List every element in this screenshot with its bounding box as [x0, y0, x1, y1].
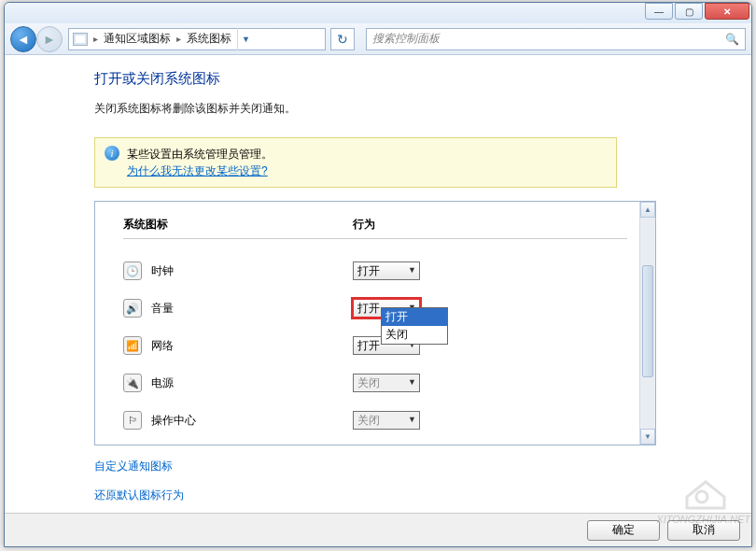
- infobox-text: 某些设置由系统管理员管理。: [127, 148, 273, 161]
- power-icon: 🔌: [123, 374, 142, 392]
- cancel-button[interactable]: 取消: [667, 520, 740, 541]
- address-bar[interactable]: ▸ 通知区域图标 ▸ 系统图标 ▼: [68, 28, 326, 50]
- search-input[interactable]: 搜索控制面板 🔍: [366, 28, 746, 50]
- column-header-name: 系统图标: [123, 217, 353, 233]
- dropdown-option-open[interactable]: 打开: [382, 308, 447, 326]
- scroll-up-button[interactable]: ▲: [640, 202, 655, 218]
- minimize-button[interactable]: —: [645, 3, 673, 20]
- row-volume: 🔊 音量 打开: [123, 290, 627, 327]
- footer-bar: 确定 取消: [5, 513, 751, 546]
- address-dropdown[interactable]: ▼: [237, 28, 254, 50]
- row-power: 🔌 电源 关闭: [123, 364, 627, 402]
- row-label: 时钟: [151, 263, 353, 279]
- scroll-down-button[interactable]: ▼: [640, 429, 655, 445]
- row-label: 操作中心: [151, 413, 353, 429]
- dropdown-option-close[interactable]: 关闭: [382, 326, 447, 344]
- control-panel-icon: [73, 33, 88, 46]
- system-icons-list: 系统图标 行为 🕒 时钟 打开 🔊 音量 打开 📶 网络 打开: [94, 201, 656, 445]
- refresh-button[interactable]: ↻: [330, 28, 355, 50]
- restore-link[interactable]: 还原默认图标行为: [94, 487, 720, 503]
- row-label: 电源: [151, 375, 353, 391]
- scroll-thumb[interactable]: [642, 265, 653, 377]
- infobox-link[interactable]: 为什么我无法更改某些设置?: [127, 164, 268, 177]
- network-icon: 📶: [123, 336, 142, 355]
- search-placeholder: 搜索控制面板: [372, 31, 440, 47]
- chevron-right-icon: ▸: [176, 34, 181, 44]
- admin-info-box: i 某些设置由系统管理员管理。 为什么我无法更改某些设置?: [94, 137, 617, 188]
- titlebar: — ▢ ✕: [5, 3, 751, 23]
- clock-select[interactable]: 打开: [353, 261, 420, 280]
- row-network: 📶 网络 打开: [123, 327, 627, 364]
- forward-button[interactable]: ►: [36, 26, 63, 52]
- row-action-center: 🏳 操作中心 关闭: [123, 402, 627, 439]
- row-clock: 🕒 时钟 打开: [123, 252, 627, 290]
- content-area: 打开或关闭系统图标 关闭系统图标将删除该图标并关闭通知。 i 某些设置由系统管理…: [8, 57, 748, 511]
- power-select: 关闭: [353, 374, 420, 392]
- action-center-icon: 🏳: [123, 411, 142, 430]
- volume-dropdown-open[interactable]: 打开 关闭: [381, 307, 448, 345]
- chevron-right-icon: ▸: [93, 34, 98, 44]
- customize-link[interactable]: 自定义通知图标: [94, 459, 720, 474]
- page-subtitle: 关闭系统图标将删除该图标并关闭通知。: [94, 101, 720, 117]
- action-center-select: 关闭: [353, 411, 420, 430]
- page-title: 打开或关闭系统图标: [94, 70, 720, 88]
- ok-button[interactable]: 确定: [587, 520, 660, 541]
- list-scrollbar[interactable]: ▲ ▼: [639, 202, 655, 445]
- volume-icon: 🔊: [123, 299, 142, 318]
- back-button[interactable]: ◄: [10, 26, 36, 52]
- search-icon[interactable]: 🔍: [725, 33, 739, 46]
- breadcrumb-level2[interactable]: 系统图标: [187, 31, 231, 47]
- info-icon: i: [105, 146, 119, 161]
- row-label: 网络: [151, 338, 353, 354]
- close-button[interactable]: ✕: [705, 3, 749, 20]
- breadcrumb-level1[interactable]: 通知区域图标: [104, 31, 171, 47]
- row-label: 音量: [151, 301, 353, 317]
- maximize-button[interactable]: ▢: [675, 3, 703, 20]
- navigation-bar: ◄ ► ▸ 通知区域图标 ▸ 系统图标 ▼ ↻ 搜索控制面板 🔍: [5, 23, 751, 55]
- column-header-action: 行为: [353, 217, 627, 233]
- clock-icon: 🕒: [123, 261, 142, 280]
